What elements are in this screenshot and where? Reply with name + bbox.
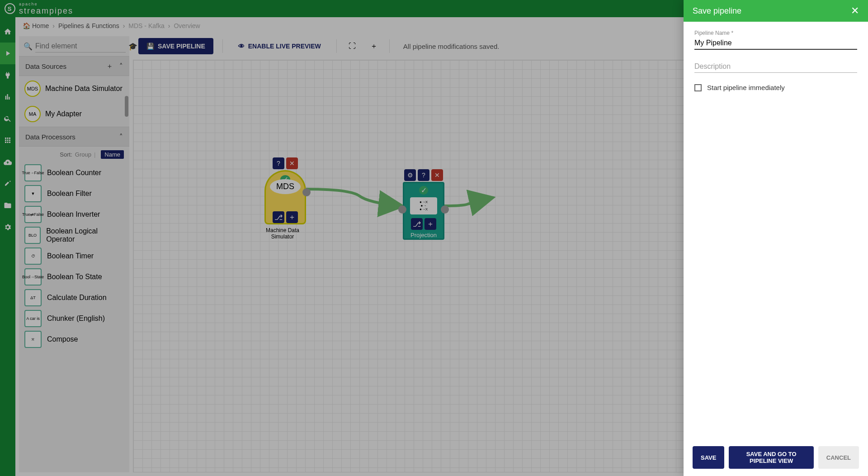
pipeline-name-label: Pipeline Name * <box>694 30 857 36</box>
save-go-button[interactable]: SAVE AND GO TO PIPELINE VIEW <box>729 446 813 469</box>
pipeline-name-input[interactable] <box>694 37 857 50</box>
description-input[interactable] <box>694 61 857 73</box>
cancel-button[interactable]: CANCEL <box>818 446 859 469</box>
save-pipeline-panel: Save pipeline ✕ Pipeline Name * Start pi… <box>684 0 868 476</box>
panel-title: Save pipeline <box>693 6 741 16</box>
panel-header: Save pipeline ✕ <box>684 0 868 22</box>
save-button[interactable]: SAVE <box>693 446 724 469</box>
start-immediately-label: Start pipeline immediately <box>707 84 785 91</box>
close-icon[interactable]: ✕ <box>851 5 859 17</box>
start-immediately-row[interactable]: Start pipeline immediately <box>694 84 857 91</box>
checkbox-icon[interactable] <box>694 84 702 91</box>
